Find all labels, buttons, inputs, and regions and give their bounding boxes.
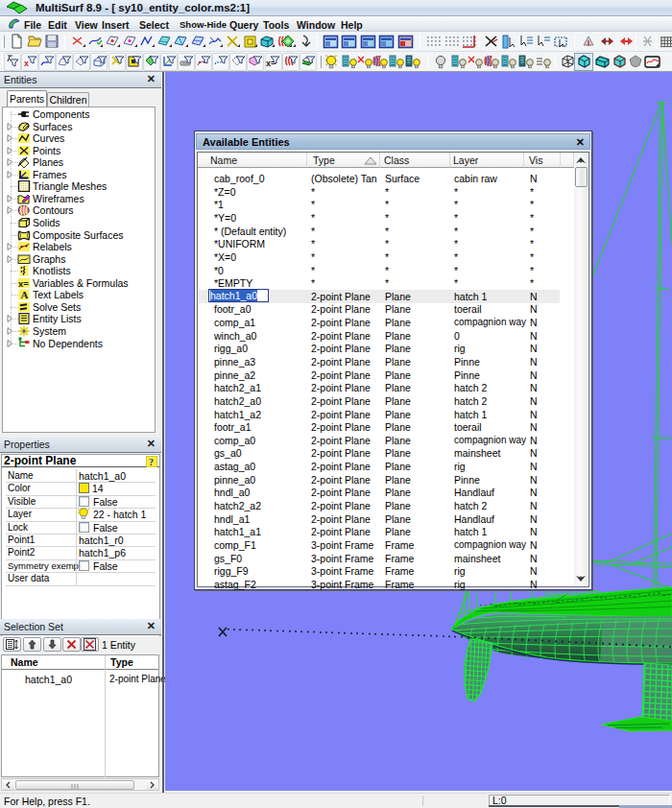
svg-text:?: ? — [149, 457, 154, 467]
svg-text:A: A — [21, 289, 29, 300]
svg-text:x: x — [24, 59, 29, 68]
svg-text:x=: x= — [18, 278, 29, 289]
